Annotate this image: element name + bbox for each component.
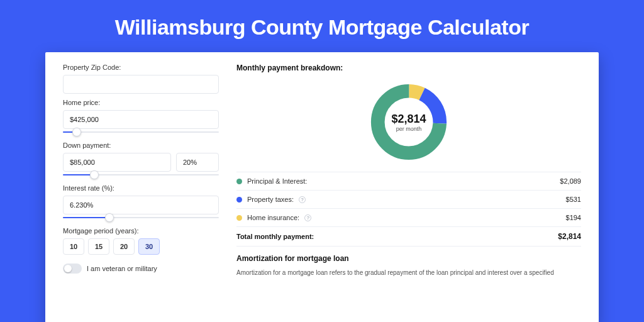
breakdown-list: Principal & Interest: $2,089 Property ta… xyxy=(236,172,581,247)
amortization-section: Amortization for mortgage loan Amortizat… xyxy=(236,254,581,277)
zip-input[interactable] xyxy=(63,75,219,94)
breakdown-value: $2,089 xyxy=(560,177,581,185)
period-option[interactable]: 30 xyxy=(138,238,160,255)
down-payment-slider[interactable] xyxy=(63,170,219,179)
amortization-title: Amortization for mortgage loan xyxy=(236,254,581,263)
mortgage-period-label: Mortgage period (years): xyxy=(63,227,219,235)
period-option[interactable]: 15 xyxy=(88,238,109,255)
legend-dot-icon xyxy=(236,215,242,221)
breakdown-total-row: Total monthly payment: $2,814 xyxy=(236,227,581,247)
breakdown-total-label: Total monthly payment: xyxy=(236,233,314,240)
breakdown-label: Home insurance: xyxy=(247,214,299,221)
veteran-toggle[interactable] xyxy=(63,264,82,274)
breakdown-total-value: $2,814 xyxy=(558,232,581,241)
interest-rate-slider[interactable] xyxy=(63,213,219,222)
home-price-input[interactable] xyxy=(63,110,219,129)
mortgage-period-group: 10 15 20 30 xyxy=(63,238,219,255)
breakdown-label: Principal & Interest: xyxy=(247,177,307,185)
slider-thumb-icon[interactable] xyxy=(90,170,99,179)
breakdown-value: $194 xyxy=(566,214,581,221)
down-payment-label: Down payment: xyxy=(63,142,219,149)
page-title: Williamsburg County Mortgage Calculator xyxy=(0,0,644,52)
breakdown-row: Principal & Interest: $2,089 xyxy=(236,172,581,191)
period-option[interactable]: 20 xyxy=(113,238,135,255)
interest-rate-label: Interest rate (%): xyxy=(63,184,219,192)
donut-center-value: $2,814 xyxy=(391,113,426,126)
zip-label: Property Zip Code: xyxy=(63,64,219,71)
breakdown-column: Monthly payment breakdown: $2,814 per mo… xyxy=(236,64,581,322)
breakdown-row: Property taxes: ? $531 xyxy=(236,191,581,209)
toggle-knob-icon xyxy=(64,265,72,272)
calculator-card: Property Zip Code: Home price: Down paym… xyxy=(45,52,599,322)
donut-chart: $2,814 per month xyxy=(236,77,581,172)
home-price-slider[interactable] xyxy=(63,128,219,136)
breakdown-value: $531 xyxy=(566,196,581,203)
slider-thumb-icon[interactable] xyxy=(72,128,81,136)
slider-thumb-icon[interactable] xyxy=(105,213,114,222)
breakdown-row: Home insurance: ? $194 xyxy=(236,209,581,227)
donut-center-sub: per month xyxy=(391,126,426,132)
amortization-text: Amortization for a mortgage loan refers … xyxy=(236,268,581,277)
down-payment-input[interactable] xyxy=(63,153,171,172)
legend-dot-icon xyxy=(236,179,242,184)
legend-dot-icon xyxy=(236,197,242,203)
veteran-toggle-label: I am veteran or military xyxy=(87,265,157,272)
breakdown-label: Property taxes: xyxy=(247,196,294,203)
breakdown-title: Monthly payment breakdown: xyxy=(236,64,581,72)
down-payment-pct-input[interactable] xyxy=(176,153,219,172)
info-icon[interactable]: ? xyxy=(299,196,306,203)
period-option[interactable]: 10 xyxy=(63,238,84,255)
home-price-label: Home price: xyxy=(63,99,219,106)
interest-rate-input[interactable] xyxy=(63,196,219,214)
info-icon[interactable]: ? xyxy=(304,214,311,221)
donut-center: $2,814 per month xyxy=(391,113,426,132)
form-column: Property Zip Code: Home price: Down paym… xyxy=(63,64,219,322)
